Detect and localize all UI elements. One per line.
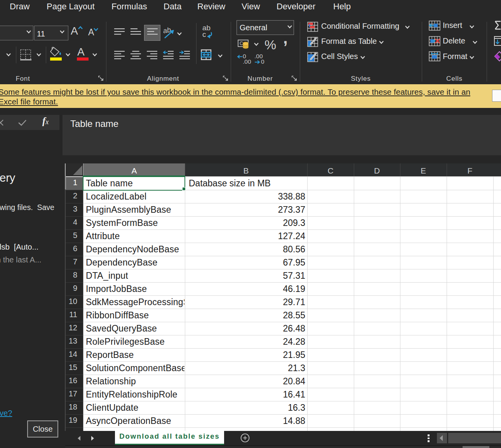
svg-text:C: C — [240, 41, 243, 46]
